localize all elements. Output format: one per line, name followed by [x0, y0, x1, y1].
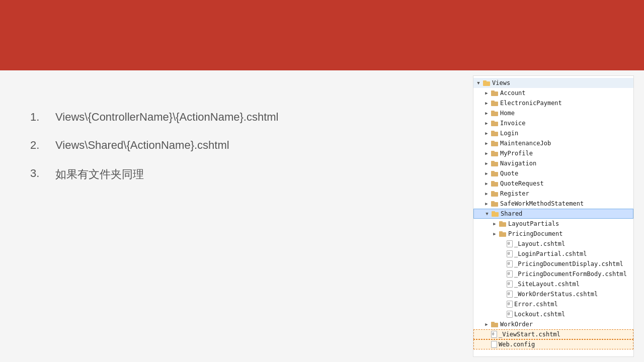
folder-icon	[491, 89, 499, 97]
rule-text: Views\{ControllerName}\{ActionName}.csht…	[55, 111, 278, 124]
rule-text: Views\Shared\{ActionName}.cshtml	[55, 139, 229, 152]
tree-item[interactable]: MyProfile	[473, 148, 633, 158]
file-label: _SiteLayout.cshtml	[514, 281, 580, 288]
arrow-icon	[482, 159, 491, 167]
tree-item[interactable]: Register	[473, 189, 633, 199]
folder-label: WorkOrder	[500, 321, 533, 328]
tree-item[interactable]: Web.config	[473, 339, 633, 349]
tree-item[interactable]: Quote	[473, 168, 633, 178]
folder-label: MaintenanceJob	[500, 140, 551, 147]
arrow-icon	[482, 320, 491, 328]
cshtml-file-icon	[507, 281, 513, 288]
folder-icon	[491, 200, 499, 208]
config-file-icon	[491, 341, 497, 348]
arrow-icon	[482, 169, 491, 177]
arrow-icon	[491, 220, 499, 228]
main-content: 1.Views\{ControllerName}\{ActionName}.cs…	[0, 70, 644, 362]
tree-items-container: Account ElectronicPayment Home Invoice L…	[473, 88, 633, 349]
tree-item[interactable]: _Layout.cshtml	[473, 239, 633, 249]
file-tree-panel: Views Account ElectronicPayment Home Inv…	[473, 75, 634, 357]
arrow-icon	[482, 139, 491, 147]
rule-num: 1.	[30, 111, 55, 124]
rule-num: 3.	[30, 167, 55, 180]
tree-item[interactable]: QuoteRequest	[473, 178, 633, 189]
tree-item[interactable]: Invoice	[473, 118, 633, 128]
file-label: _ViewStart.cshtml	[499, 331, 560, 338]
header	[0, 0, 644, 70]
folder-label: SafeWorkMethodStatement	[500, 200, 584, 207]
arrow-icon	[482, 129, 491, 137]
tree-item[interactable]: Home	[473, 108, 633, 118]
cshtml-file-icon	[491, 331, 497, 338]
rule-item: 3.如果有文件夹同理	[30, 167, 443, 182]
folder-label: Login	[500, 130, 518, 137]
tree-item[interactable]: _PricingDocumentFormBody.cshtml	[473, 269, 633, 279]
arrow-icon	[482, 190, 491, 198]
tree-item[interactable]: Login	[473, 128, 633, 138]
tree-item[interactable]: Shared	[473, 209, 633, 219]
rule-item: 2.Views\Shared\{ActionName}.cshtml	[30, 139, 443, 152]
folder-label: Account	[500, 89, 526, 97]
cshtml-file-icon	[507, 250, 513, 257]
folder-label: ElectronicPayment	[500, 100, 562, 107]
folder-open-icon	[482, 79, 491, 87]
file-tree: Views Account ElectronicPayment Home Inv…	[473, 76, 633, 351]
folder-icon	[491, 190, 499, 198]
tree-item[interactable]: _LoginPartial.cshtml	[473, 249, 633, 259]
rule-list: 1.Views\{ControllerName}\{ActionName}.cs…	[30, 111, 443, 182]
rule-num: 2.	[30, 139, 55, 152]
folder-label: Quote	[500, 170, 518, 177]
views-label: Views	[492, 79, 510, 86]
folder-label: Shared	[501, 210, 522, 217]
tree-item[interactable]: Error.cshtml	[473, 299, 633, 309]
rule-text: 如果有文件夹同理	[55, 167, 144, 182]
arrow-icon	[482, 149, 491, 157]
tree-item[interactable]: WorkOrder	[473, 319, 633, 329]
cshtml-file-icon	[507, 291, 513, 298]
arrow-icon	[482, 200, 491, 208]
tree-item[interactable]: _WorkOrderStatus.cshtml	[473, 289, 633, 299]
arrow-icon	[474, 79, 482, 87]
file-label: _PricingDocumentDisplay.cshtml	[514, 260, 623, 267]
tree-item[interactable]: LayoutPartials	[473, 219, 633, 229]
cshtml-file-icon	[507, 240, 513, 247]
tree-item[interactable]: ElectronicPayment	[473, 98, 633, 108]
folder-icon	[491, 159, 499, 167]
file-label: _Layout.cshtml	[514, 240, 565, 247]
folder-label: PricingDocument	[508, 230, 562, 237]
cshtml-file-icon	[507, 301, 513, 308]
tree-item[interactable]: _SiteLayout.cshtml	[473, 279, 633, 289]
cshtml-file-icon	[507, 260, 513, 267]
tree-item[interactable]: Lockout.cshtml	[473, 309, 633, 319]
arrow-icon	[482, 109, 491, 117]
file-label: _WorkOrderStatus.cshtml	[514, 291, 598, 298]
file-label: Web.config	[499, 341, 535, 348]
folder-icon	[491, 119, 499, 127]
file-label: Lockout.cshtml	[514, 311, 565, 318]
tree-item[interactable]: _PricingDocumentDisplay.cshtml	[473, 259, 633, 269]
arrow-icon	[482, 89, 491, 97]
cshtml-file-icon	[507, 311, 513, 318]
folder-icon	[491, 210, 499, 218]
cshtml-file-icon	[507, 270, 513, 278]
folder-label: Register	[500, 190, 529, 197]
left-panel: 1.Views\{ControllerName}\{ActionName}.cs…	[0, 70, 473, 362]
folder-icon	[491, 149, 499, 157]
file-label: _PricingDocumentFormBody.cshtml	[514, 270, 627, 278]
tree-item[interactable]: SafeWorkMethodStatement	[473, 199, 633, 209]
arrow-icon	[482, 119, 491, 127]
tree-item[interactable]: Navigation	[473, 158, 633, 168]
file-label: Error.cshtml	[514, 301, 558, 308]
tree-root-views[interactable]: Views	[473, 78, 633, 88]
tree-item[interactable]: _ViewStart.cshtml	[473, 329, 633, 339]
tree-item[interactable]: MaintenanceJob	[473, 138, 633, 148]
folder-icon	[499, 220, 507, 228]
rule-item: 1.Views\{ControllerName}\{ActionName}.cs…	[30, 111, 443, 124]
arrow-icon	[482, 99, 491, 107]
tree-item[interactable]: PricingDocument	[473, 229, 633, 239]
folder-icon	[491, 129, 499, 137]
arrow-icon	[483, 210, 491, 218]
arrow-icon	[482, 179, 491, 188]
folder-icon	[491, 179, 499, 188]
tree-item[interactable]: Account	[473, 88, 633, 98]
